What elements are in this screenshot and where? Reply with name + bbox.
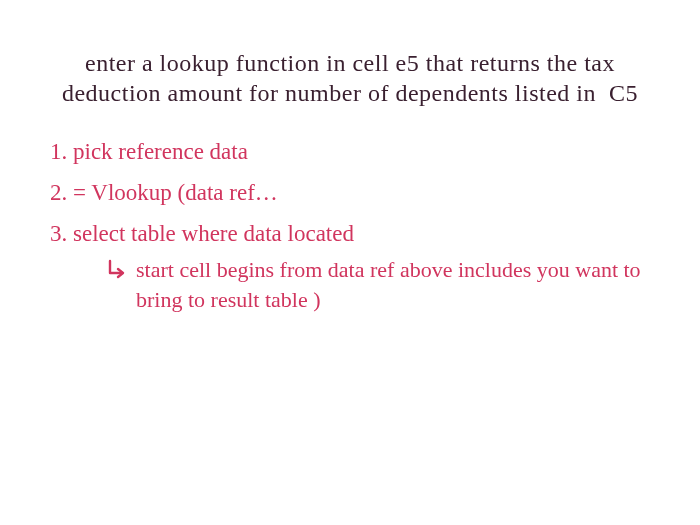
step-1-number: 1. bbox=[50, 139, 67, 164]
step-3-number: 3. bbox=[50, 221, 67, 246]
step-2-number: 2. bbox=[50, 180, 67, 205]
handwritten-note: enter a lookup function in cell e5 that … bbox=[0, 0, 700, 525]
note-title: enter a lookup function in cell e5 that … bbox=[40, 48, 660, 108]
step-3: 3. select table where data located bbox=[50, 214, 660, 253]
step-2-text: = Vlookup (data ref… bbox=[73, 180, 278, 205]
substep-text: start cell begins from data ref above in… bbox=[136, 255, 660, 314]
steps-list: 1. pick reference data 2. = Vlookup (dat… bbox=[50, 132, 660, 315]
step-3-text: select table where data located bbox=[73, 221, 354, 246]
substep: start cell begins from data ref above in… bbox=[106, 255, 660, 314]
step-1-text: pick reference data bbox=[73, 139, 248, 164]
sub-arrow-icon bbox=[106, 259, 128, 281]
step-2: 2. = Vlookup (data ref… bbox=[50, 173, 660, 212]
step-1: 1. pick reference data bbox=[50, 132, 660, 171]
